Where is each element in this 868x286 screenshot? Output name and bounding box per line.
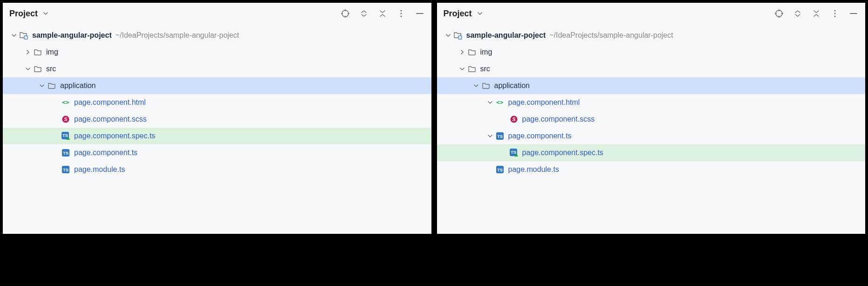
panel-header: Project xyxy=(437,6,866,27)
tree-node-application[interactable]: application xyxy=(437,77,866,94)
node-label: page.component.ts xyxy=(74,149,137,157)
chevron-down-icon[interactable] xyxy=(485,100,495,105)
header-actions xyxy=(774,8,859,19)
node-label: src xyxy=(480,65,490,73)
folder-icon xyxy=(467,48,477,56)
project-panel-left: Project sample-angular-poject ~/IdeaProj… xyxy=(2,2,432,235)
chevron-down-icon[interactable] xyxy=(23,66,33,72)
folder-icon xyxy=(47,82,57,90)
node-label: page.module.ts xyxy=(74,165,125,174)
tree-node-application[interactable]: application xyxy=(3,77,431,94)
node-label: page.component.spec.ts xyxy=(522,149,603,157)
ts-test-file-icon xyxy=(509,148,519,157)
tree-node-page-scss[interactable]: page.component.scss xyxy=(3,111,431,128)
tree-node-src[interactable]: src xyxy=(437,61,866,77)
module-folder-icon xyxy=(453,31,463,40)
node-label: img xyxy=(480,48,492,56)
collapse-all-icon[interactable] xyxy=(811,8,821,19)
tree-node-img[interactable]: img xyxy=(437,44,866,61)
panel-title: Project xyxy=(9,9,38,19)
more-options-icon[interactable] xyxy=(396,8,406,19)
tree-node-page-module[interactable]: page.module.ts xyxy=(3,161,431,178)
tree-node-page-spec[interactable]: page.component.spec.ts xyxy=(3,128,431,144)
tree-node-page-ts[interactable]: page.component.ts xyxy=(3,144,431,161)
chevron-down-icon[interactable] xyxy=(458,66,467,72)
node-label: sample-angular-poject xyxy=(32,31,112,40)
tree-node-page-html[interactable]: page.component.html xyxy=(3,94,431,111)
project-tree: sample-angular-poject ~/IdeaProjects/sam… xyxy=(437,27,866,178)
html-file-icon xyxy=(61,98,71,107)
chevron-down-icon[interactable] xyxy=(444,33,453,38)
chevron-down-icon[interactable] xyxy=(9,33,19,38)
tree-node-project-root[interactable]: sample-angular-poject ~/IdeaProjects/sam… xyxy=(437,27,866,44)
node-label: page.component.ts xyxy=(508,132,572,140)
ts-file-icon xyxy=(61,149,71,157)
select-opened-file-icon[interactable] xyxy=(774,8,784,19)
node-label: page.component.scss xyxy=(74,115,147,123)
node-label: page.component.html xyxy=(74,98,146,107)
folder-icon xyxy=(481,82,491,90)
node-label: page.component.scss xyxy=(522,115,595,123)
more-options-icon[interactable] xyxy=(830,8,840,19)
chevron-right-icon[interactable] xyxy=(458,49,467,55)
html-file-icon xyxy=(495,98,505,107)
module-folder-icon xyxy=(19,31,29,40)
expand-all-icon[interactable] xyxy=(793,8,803,19)
chevron-down-icon[interactable] xyxy=(472,83,481,89)
node-label: page.component.spec.ts xyxy=(74,132,155,140)
node-label: img xyxy=(46,48,58,56)
tree-node-page-html[interactable]: page.component.html xyxy=(437,94,866,111)
node-label: sample-angular-poject xyxy=(466,31,546,40)
folder-icon xyxy=(33,65,43,73)
tree-node-project-root[interactable]: sample-angular-poject ~/IdeaProjects/sam… xyxy=(3,27,431,44)
tree-node-img[interactable]: img xyxy=(3,44,431,61)
node-path: ~/IdeaProjects/sample-angular-poject xyxy=(549,31,673,40)
view-mode-chevron-icon[interactable] xyxy=(475,8,485,19)
node-label: application xyxy=(60,82,96,90)
hide-panel-icon[interactable] xyxy=(848,8,859,19)
tree-node-page-scss[interactable]: page.component.scss xyxy=(437,111,866,128)
panel-title: Project xyxy=(444,9,472,19)
node-path: ~/IdeaProjects/sample-angular-poject xyxy=(116,31,239,40)
node-label: application xyxy=(494,82,530,90)
chevron-down-icon[interactable] xyxy=(37,83,47,89)
node-label: src xyxy=(46,65,56,73)
view-mode-chevron-icon[interactable] xyxy=(41,8,51,19)
expand-all-icon[interactable] xyxy=(359,8,369,19)
folder-icon xyxy=(33,48,43,56)
scss-file-icon xyxy=(509,115,519,123)
tree-node-page-spec[interactable]: page.component.spec.ts xyxy=(437,144,866,161)
ts-file-icon xyxy=(495,132,505,140)
hide-panel-icon[interactable] xyxy=(415,8,425,19)
ts-test-file-icon xyxy=(61,131,71,141)
ts-file-icon xyxy=(495,165,505,174)
tree-node-page-ts[interactable]: page.component.ts xyxy=(437,128,866,144)
tree-node-src[interactable]: src xyxy=(3,61,431,77)
tree-node-page-module[interactable]: page.module.ts xyxy=(437,161,866,178)
header-actions xyxy=(340,8,425,19)
collapse-all-icon[interactable] xyxy=(377,8,388,19)
node-label: page.component.html xyxy=(508,98,580,107)
project-tree: sample-angular-poject ~/IdeaProjects/sam… xyxy=(3,27,431,178)
scss-file-icon xyxy=(61,115,71,123)
panel-header: Project xyxy=(3,6,431,27)
select-opened-file-icon[interactable] xyxy=(340,8,350,19)
chevron-right-icon[interactable] xyxy=(23,49,33,55)
project-panel-right: Project sample-angular-poject ~/IdeaProj… xyxy=(436,2,867,235)
ts-file-icon xyxy=(61,165,71,174)
chevron-down-icon[interactable] xyxy=(485,133,495,139)
node-label: page.module.ts xyxy=(508,165,559,174)
folder-icon xyxy=(467,65,477,73)
